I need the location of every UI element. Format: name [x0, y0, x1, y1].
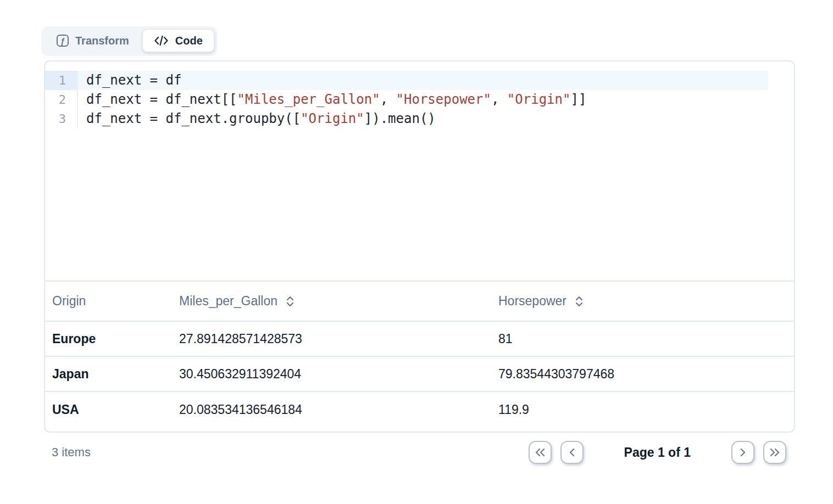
tab-code-label: Code [175, 35, 203, 47]
sort-chevrons-icon [286, 295, 295, 307]
code-line[interactable]: 3 df_next = df_next.groupby(["Origin"]).… [45, 109, 794, 128]
double-chevron-left-icon [534, 447, 546, 458]
last-page-button[interactable] [763, 441, 786, 464]
next-page-button[interactable] [731, 441, 754, 464]
cell-horsepower: 81 [498, 332, 794, 346]
double-chevron-right-icon [769, 447, 781, 458]
cell-miles-per-gallon: 27.891428571428573 [179, 332, 498, 346]
column-header-miles-per-gallon[interactable]: Miles_per_Gallon [179, 294, 498, 309]
cell-horsepower: 119.9 [498, 402, 794, 417]
cell-origin: USA [45, 402, 179, 417]
code-line[interactable]: 1 df_next = df [45, 71, 794, 90]
code-line[interactable]: 2 df_next = df_next[["Miles_per_Gallon",… [45, 90, 794, 109]
code-editor[interactable]: 1 df_next = df 2 df_next = df_next[["Mil… [45, 61, 794, 282]
column-header-origin: Origin [45, 294, 179, 309]
cell-origin: Europe [45, 332, 179, 346]
code-line-content: df_next = df_next.groupby(["Origin"]).me… [78, 109, 768, 128]
first-page-button[interactable] [529, 441, 552, 464]
code-line-content: df_next = df [78, 71, 768, 90]
cell-horsepower: 79.83544303797468 [498, 367, 794, 382]
sort-chevrons-icon [575, 295, 584, 307]
table-row: USA 20.083534136546184 119.9 [45, 392, 794, 427]
cell-miles-per-gallon: 30.450632911392404 [179, 367, 498, 382]
line-number: 2 [45, 90, 78, 109]
tab-transform-label: Transform [75, 35, 129, 47]
line-number: 1 [45, 71, 78, 90]
chevron-right-icon [737, 447, 748, 458]
table-header-row: Origin Miles_per_Gallon Horsepower [45, 282, 794, 322]
page-indicator: Page 1 of 1 [624, 445, 691, 460]
code-line-content: df_next = df_next[["Miles_per_Gallon", "… [78, 90, 768, 109]
previous-page-button[interactable] [560, 441, 584, 464]
chevron-left-icon [567, 447, 577, 458]
code-brackets-icon [154, 35, 169, 47]
transform-panel: 1 df_next = df 2 df_next = df_next[["Mil… [44, 60, 795, 433]
cell-origin: Japan [45, 367, 179, 382]
pagination: Page 1 of 1 [529, 441, 795, 464]
table-footer: 3 items Page 1 of 1 [44, 439, 795, 466]
tab-transform[interactable]: ƒ Transform [45, 29, 141, 52]
line-number: 3 [45, 109, 78, 128]
table-row: Europe 27.891428571428573 81 [45, 322, 794, 357]
items-count: 3 items [44, 445, 91, 460]
cell-miles-per-gallon: 20.083534136546184 [179, 402, 498, 417]
function-icon: ƒ [57, 35, 69, 47]
column-header-horsepower[interactable]: Horsepower [498, 294, 794, 309]
view-mode-toggle: ƒ Transform Code [42, 26, 217, 55]
tab-code[interactable]: Code [142, 29, 214, 52]
table-row: Japan 30.450632911392404 79.835443037974… [45, 357, 794, 392]
